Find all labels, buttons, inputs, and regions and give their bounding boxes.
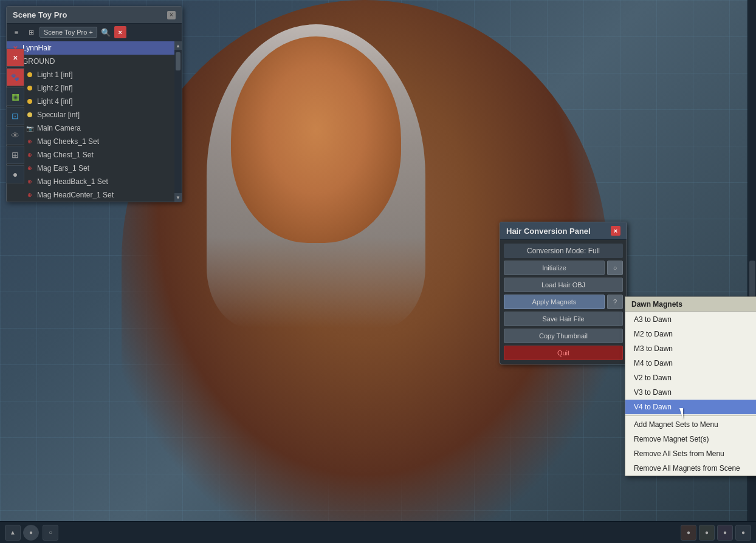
character-head	[231, 36, 401, 243]
initialize-row: Initialize ○	[504, 261, 623, 275]
quit-row: Quit	[504, 346, 623, 360]
left-icon-btn-2[interactable]: 🐾	[6, 68, 24, 86]
copy-thumbnail-button[interactable]: Copy Thumbnail	[504, 329, 623, 343]
item-icon-light4	[25, 97, 35, 106]
scene-toy-panel: Scene Toy Pro × ≡ ⊞ Scene Toy Pro + 🔍 × …	[6, 6, 182, 202]
dawn-magnets-menu: Dawn Magnets A3 to Dawn M2 to Dawn M3 to…	[625, 296, 756, 476]
menu-item-remove-magnet-set[interactable]: Remove Magnet Set(s)	[625, 432, 756, 446]
left-icon-btn-5[interactable]: 👁	[6, 126, 24, 145]
left-icon-btn-7[interactable]: ●	[6, 165, 24, 183]
item-label-magheadback: Mag HeadBack_1 Set	[37, 177, 108, 186]
left-icons-panel: ✕ 🐾 ▦ ⊡ 👁 ⊞ ●	[6, 49, 24, 183]
item-label-light2: Light 2 [inf]	[37, 84, 73, 92]
scene-item-ground[interactable]: ◆ GROUND	[7, 55, 182, 68]
taskbar-btn-right[interactable]: ○	[43, 525, 58, 541]
scene-list-scrollbar[interactable]: ▲ ▼	[174, 41, 182, 202]
scene-item-specular[interactable]: Specular [inf]	[7, 108, 182, 121]
item-icon-light1	[25, 70, 35, 80]
taskbar-btn-end4[interactable]: ●	[735, 525, 751, 541]
dawn-magnets-header: Dawn Magnets	[625, 297, 756, 312]
save-hair-file-button[interactable]: Save Hair File	[504, 312, 623, 326]
load-hair-obj-button[interactable]: Load Hair OBJ	[504, 278, 623, 292]
item-icon-magcheeks: ⊕	[25, 137, 35, 146]
scene-item-lynnhair[interactable]: ✕ LynnHair	[7, 41, 182, 55]
hair-panel-title: Hair Conversion Panel	[506, 227, 591, 236]
toolbar-icon-list[interactable]: ≡	[10, 26, 22, 38]
hair-panel-close-button[interactable]: ×	[611, 226, 620, 236]
menu-item-remove-all-sets[interactable]: Remove All Sets from Menu	[625, 446, 756, 461]
item-label-maincamera: Main Camera	[37, 124, 81, 132]
menu-item-a3dawn[interactable]: A3 to Dawn	[625, 312, 756, 327]
initialize-button[interactable]: Initialize	[504, 261, 605, 275]
scene-item-maincamera[interactable]: 📷 Main Camera	[7, 121, 182, 135]
hair-panel-titlebar: Hair Conversion Panel ×	[500, 222, 627, 240]
scrollbar-handle[interactable]	[749, 261, 755, 297]
menu-item-v4dawn[interactable]: V4 to Dawn	[625, 400, 756, 414]
save-hair-row: Save Hair File	[504, 312, 623, 326]
item-label-magears: Mag Ears_1 Set	[37, 164, 89, 172]
left-icon-btn-1[interactable]: ✕	[6, 49, 24, 67]
menu-item-m2dawn[interactable]: M2 to Dawn	[625, 327, 756, 341]
item-icon-magheadcenter: ⊕	[25, 190, 35, 200]
taskbar-btn-end2[interactable]: ●	[699, 525, 715, 541]
search-icon[interactable]: 🔍	[100, 26, 112, 38]
scene-item-light4[interactable]: Light 4 [inf]	[7, 95, 182, 108]
menu-item-m4dawn[interactable]: M4 to Dawn	[625, 356, 756, 371]
toolbar-dropdown[interactable]: Scene Toy Pro +	[40, 27, 97, 38]
scrollbar-track	[174, 50, 182, 193]
item-label-lynnhair: LynnHair	[22, 44, 52, 52]
item-icon-magchest: ⊕	[25, 150, 35, 160]
item-icon-light2	[25, 83, 35, 93]
panel-toolbar: ≡ ⊞ Scene Toy Pro + 🔍 ×	[7, 24, 182, 41]
panel-title: Scene Toy Pro	[13, 10, 67, 19]
scrollbar-thumb[interactable]	[176, 52, 180, 70]
item-icon-maincamera: 📷	[25, 123, 35, 133]
scene-list: ✕ LynnHair ◆ GROUND Light 1 [inf]	[7, 41, 182, 202]
scene-item-magheadback[interactable]: ⊕ Mag HeadBack_1 Set	[7, 175, 182, 188]
item-label-ground: GROUND	[22, 57, 55, 66]
scene-item-light2[interactable]: Light 2 [inf]	[7, 81, 182, 95]
taskbar-btn-end3[interactable]: ●	[717, 525, 733, 541]
taskbar-btn-circle[interactable]: ●	[23, 525, 39, 541]
scene-item-magcheeks[interactable]: ⊕ Mag Cheeks_1 Set	[7, 135, 182, 148]
menu-divider	[625, 415, 756, 416]
scene-item-magheadcenter[interactable]: ⊕ Mag HeadCenter_1 Set	[7, 188, 182, 202]
item-label-magchest: Mag Chest_1 Set	[37, 151, 94, 159]
menu-item-add-magnet-sets[interactable]: Add Magnet Sets to Menu	[625, 417, 756, 432]
apply-magnets-icon-button[interactable]: ?	[607, 295, 623, 309]
scene-item-magears[interactable]: ⊕ Mag Ears_1 Set	[7, 162, 182, 175]
taskbar-btn-left[interactable]: ▲	[5, 525, 21, 541]
scene-list-inner: ✕ LynnHair ◆ GROUND Light 1 [inf]	[7, 41, 182, 202]
item-label-magheadcenter: Mag HeadCenter_1 Set	[37, 191, 114, 199]
taskbar-btn-end1[interactable]: ●	[681, 525, 696, 541]
load-hair-row: Load Hair OBJ	[504, 278, 623, 292]
scene-item-light1[interactable]: Light 1 [inf]	[7, 68, 182, 81]
menu-item-m3dawn[interactable]: M3 to Dawn	[625, 341, 756, 356]
panel-close-button[interactable]: ×	[167, 11, 176, 19]
quit-button[interactable]: Quit	[504, 346, 623, 360]
taskbar: ▲ ● ○ ● ● ● ●	[0, 521, 756, 543]
initialize-icon-button[interactable]: ○	[607, 261, 623, 275]
item-icon-specular	[25, 110, 35, 120]
toolbar-close-button[interactable]: ×	[114, 26, 126, 38]
menu-item-v2dawn[interactable]: V2 to Dawn	[625, 371, 756, 385]
panel-titlebar: Scene Toy Pro ×	[7, 7, 182, 24]
item-label-light4: Light 4 [inf]	[37, 97, 73, 106]
item-label-light1: Light 1 [inf]	[37, 70, 73, 79]
scrollbar-up-button[interactable]: ▲	[174, 41, 182, 50]
copy-thumbnail-row: Copy Thumbnail	[504, 329, 623, 343]
left-icon-btn-3[interactable]: ▦	[6, 87, 24, 106]
left-icon-btn-4[interactable]: ⊡	[6, 107, 24, 125]
menu-item-v3dawn[interactable]: V3 to Dawn	[625, 385, 756, 400]
left-icon-btn-6[interactable]: ⊞	[6, 146, 24, 164]
item-label-magcheeks: Mag Cheeks_1 Set	[37, 137, 99, 146]
menu-item-remove-all-magnets[interactable]: Remove All Magnets from Scene	[625, 461, 756, 476]
toolbar-icon-grid[interactable]: ⊞	[25, 26, 37, 38]
item-label-specular: Specular [inf]	[37, 111, 80, 119]
scene-item-magchest[interactable]: ⊕ Mag Chest_1 Set	[7, 148, 182, 162]
scrollbar-down-button[interactable]: ▼	[174, 193, 182, 202]
item-icon-magheadback: ⊕	[25, 177, 35, 186]
conversion-mode-label: Conversion Mode: Full	[504, 244, 623, 258]
hair-panel-body: Conversion Mode: Full Initialize ○ Load …	[500, 240, 627, 364]
apply-magnets-button[interactable]: Apply Magnets	[504, 295, 605, 309]
